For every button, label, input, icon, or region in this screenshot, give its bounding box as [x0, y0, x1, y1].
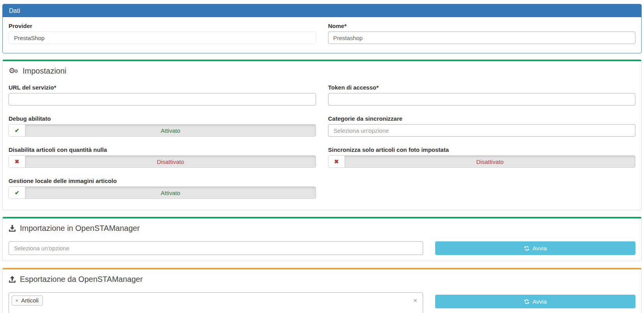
download-icon [9, 225, 16, 232]
importazione-select[interactable]: Seleziona un'opzione [9, 241, 423, 255]
panel-dati-body: Provider PrestaShop Nome* [3, 17, 641, 53]
provider-label: Provider [9, 23, 316, 29]
token-field-group: Token di accesso* [328, 84, 635, 106]
gestione-immagini-toggle[interactable]: ✔ Attivato [9, 186, 316, 199]
categorie-select[interactable]: Seleziona un'opzione [328, 124, 635, 137]
gears-icon: ⚙ ⚙ [9, 67, 19, 76]
clear-selection-icon[interactable]: × [413, 297, 418, 304]
nome-field-group: Nome* [328, 23, 635, 44]
page: Dati Provider PrestaShop Nome* ⚙ ⚙ [0, 0, 644, 313]
importazione-avvia-button[interactable]: Avvia [435, 241, 635, 255]
token-label: Token di accesso* [328, 84, 635, 91]
debug-label: Debug abilitato [9, 115, 316, 122]
sincronizza-foto-label: Sincronizza solo articoli con foto impos… [328, 146, 635, 153]
debug-toggle[interactable]: ✔ Attivato [9, 124, 316, 137]
panel-dati-header: Dati [3, 4, 641, 17]
sync-icon [524, 299, 529, 304]
sync-icon [524, 246, 529, 251]
importazione-select-placeholder: Seleziona un'opzione [14, 245, 69, 251]
impostazioni-title-row: ⚙ ⚙ Impostazioni [9, 67, 635, 76]
selected-tag-articoli: × Articoli [12, 295, 43, 306]
disabilita-toggle[interactable]: ✖ Disattivato [9, 155, 316, 168]
remove-tag-icon[interactable]: × [15, 297, 18, 304]
provider-field-group: Provider PrestaShop [9, 23, 316, 44]
panel-dati-title: Dati [9, 7, 20, 14]
esportazione-avvia-button[interactable]: Avvia [435, 295, 635, 308]
sincronizza-foto-toggle[interactable]: ✖ Disattivato [328, 155, 635, 168]
panel-dati: Dati Provider PrestaShop Nome* [2, 4, 642, 53]
esportazione-multiselect[interactable]: × Articoli × [9, 292, 423, 313]
esportazione-avvia-label: Avvia [533, 298, 547, 305]
categorie-field-group: Categorie da sincronizzare Seleziona un'… [328, 115, 635, 137]
disabilita-label: Disabilita articoli con quantità nulla [9, 146, 316, 153]
esportazione-title-row: Esportazione da OpenSTAManager [9, 275, 635, 284]
sincronizza-foto-toggle-state: Disattivato [345, 156, 635, 167]
impostazioni-title: Impostazioni [23, 67, 66, 76]
token-input[interactable] [328, 93, 635, 106]
importazione-title-row: Importazione in OpenSTAManager [9, 224, 635, 233]
nome-label: Nome* [328, 23, 635, 29]
importazione-avvia-label: Avvia [533, 245, 547, 251]
url-field-group: URL del servizio* [9, 84, 316, 106]
categorie-select-placeholder: Seleziona un'opzione [333, 127, 389, 134]
panel-esportazione: Esportazione da OpenSTAManager × Articol… [2, 268, 642, 313]
cross-icon: ✖ [9, 156, 25, 167]
cross-icon: ✖ [328, 156, 345, 167]
debug-toggle-state: Attivato [25, 125, 316, 136]
esportazione-title: Esportazione da OpenSTAManager [20, 275, 143, 284]
check-icon: ✔ [9, 125, 25, 136]
panel-impostazioni: ⚙ ⚙ Impostazioni URL del servizio* Token… [2, 60, 642, 210]
gestione-immagini-label: Gestione locale delle immagini articolo [9, 178, 316, 184]
upload-icon [9, 276, 16, 283]
debug-field-group: Debug abilitato ✔ Attivato [9, 115, 316, 137]
url-label: URL del servizio* [9, 84, 316, 91]
provider-value-box: PrestaShop [9, 32, 316, 44]
check-icon: ✔ [9, 187, 25, 199]
disabilita-field-group: Disabilita articoli con quantità nulla ✖… [9, 146, 316, 168]
importazione-title: Importazione in OpenSTAManager [20, 224, 140, 233]
nome-input[interactable] [328, 32, 635, 44]
disabilita-toggle-state: Disattivato [25, 156, 316, 167]
sincronizza-foto-field-group: Sincronizza solo articoli con foto impos… [328, 146, 635, 168]
url-input[interactable] [9, 93, 316, 106]
panel-importazione: Importazione in OpenSTAManager Seleziona… [2, 217, 642, 261]
gestione-immagini-toggle-state: Attivato [25, 187, 316, 199]
categorie-label: Categorie da sincronizzare [328, 115, 635, 122]
tag-label: Articoli [21, 297, 39, 304]
gestione-immagini-field-group: Gestione locale delle immagini articolo … [9, 178, 316, 199]
